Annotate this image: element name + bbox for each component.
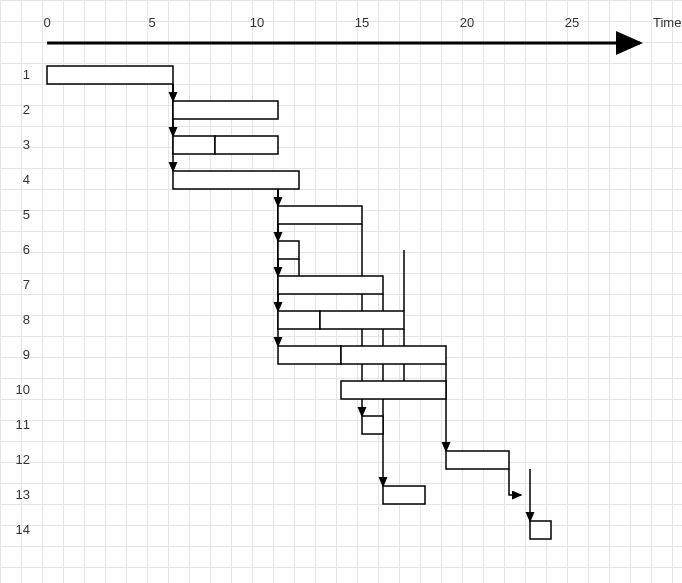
gantt-bar [173,171,299,189]
gantt-bar [278,276,383,294]
row-label: 2 [23,102,30,117]
row-label: 6 [23,242,30,257]
row-label: 12 [16,452,30,467]
gantt-bar [278,346,341,364]
gantt-chart: 0510152025Time1234567891011121314 [0,0,682,583]
x-axis-label: Time [653,15,681,30]
gantt-bar [530,521,551,539]
gantt-bar [341,381,446,399]
x-tick-label: 5 [148,15,155,30]
gantt-bar [278,311,320,329]
x-tick-label: 0 [43,15,50,30]
row-label: 11 [16,417,30,432]
x-tick-label: 15 [355,15,369,30]
x-tick-label: 20 [460,15,474,30]
gantt-bar [362,416,383,434]
gantt-bar [278,241,299,259]
gantt-bar [383,486,425,504]
row-label: 5 [23,207,30,222]
row-label: 4 [23,172,30,187]
row-label: 13 [16,487,30,502]
row-label: 8 [23,312,30,327]
dependency-arrow [509,469,521,495]
row-label: 1 [23,67,30,82]
row-label: 7 [23,277,30,292]
row-label: 14 [16,522,30,537]
gantt-bar [215,136,278,154]
gantt-bar [446,451,509,469]
gantt-bar [341,346,446,364]
row-label: 9 [23,347,30,362]
x-tick-label: 10 [250,15,264,30]
gantt-bar [47,66,173,84]
row-label: 10 [16,382,30,397]
gantt-bar [320,311,404,329]
x-tick-label: 25 [565,15,579,30]
gantt-bar [278,206,362,224]
gantt-bar [173,136,215,154]
row-label: 3 [23,137,30,152]
gantt-bar [173,101,278,119]
